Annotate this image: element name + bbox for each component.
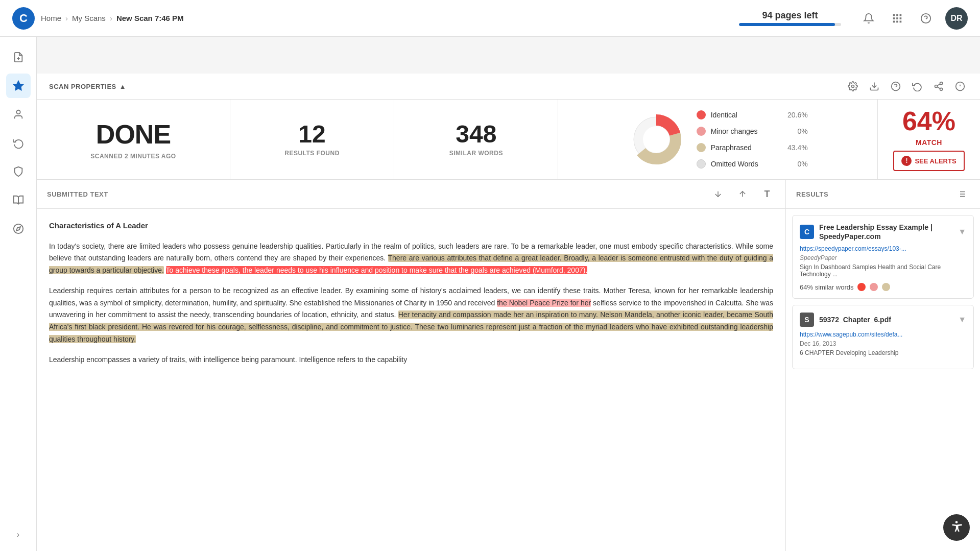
legend-label-minor: Minor changes bbox=[711, 127, 777, 135]
legend-label-omitted: Omitted Words bbox=[711, 160, 777, 168]
status-block: DONE SCANNED 2 MINUTES AGO bbox=[37, 100, 230, 179]
result-card-1-title: Free Leadership Essay Example | SpeedyPa… bbox=[819, 223, 953, 241]
result-card-2-expand[interactable]: ▼ bbox=[958, 315, 966, 324]
grid-button[interactable] bbox=[888, 9, 906, 28]
result-card-2-date: Dec 16, 2013 bbox=[800, 340, 966, 347]
result-card-1-url[interactable]: https://speedypaper.com/essays/103-... bbox=[800, 245, 966, 252]
similarity-text: 64% similar words bbox=[800, 283, 853, 291]
result-card-1-expand[interactable]: ▼ bbox=[958, 227, 966, 236]
highlight-red-1: To achieve these goals, the leader needs… bbox=[166, 266, 588, 274]
breadcrumb-sep-1: › bbox=[65, 14, 68, 22]
compass-icon bbox=[13, 223, 24, 234]
match-label: MATCH bbox=[916, 138, 942, 147]
sidebar: › bbox=[0, 37, 37, 551]
legend-dot-minor bbox=[697, 127, 706, 136]
sidebar-item-users[interactable] bbox=[6, 102, 31, 127]
result-card-1-source: SpeedyPaper bbox=[800, 254, 966, 261]
shield-icon bbox=[13, 166, 24, 177]
svg-rect-5 bbox=[900, 17, 902, 19]
pages-left-container: 94 pages left bbox=[739, 10, 841, 26]
nav-icons: DR bbox=[859, 7, 968, 30]
download-icon[interactable] bbox=[867, 79, 882, 94]
svg-point-14 bbox=[16, 110, 20, 114]
status-done: DONE bbox=[96, 119, 171, 150]
result-card-2-url[interactable]: https://www.sagepub.com/sites/defa... bbox=[800, 331, 966, 338]
legend-minor: Minor changes 0% bbox=[697, 127, 808, 136]
breadcrumb-current: New Scan 7:46 PM bbox=[116, 14, 184, 22]
sidebar-item-book[interactable] bbox=[6, 188, 31, 212]
top-navigation: C Home › My Scans › New Scan 7:46 PM 94 … bbox=[0, 0, 980, 37]
svg-point-15 bbox=[13, 224, 22, 233]
svg-rect-4 bbox=[896, 17, 898, 19]
results-list: C Free Leadership Essay Example | Speedy… bbox=[786, 209, 980, 551]
bell-icon bbox=[863, 13, 874, 24]
results-count-block: 12 RESULTS FOUND bbox=[230, 100, 394, 179]
essay-paragraph-2: Leadership requires certain attributes f… bbox=[49, 285, 773, 346]
sidebar-item-history[interactable] bbox=[6, 131, 31, 155]
status-sub-label: SCANNED 2 MINUTES AGO bbox=[90, 153, 176, 160]
result-card-2: S 59372_Chapter_6.pdf ▼ https://www.sage… bbox=[792, 305, 974, 369]
svg-rect-7 bbox=[896, 20, 898, 22]
chart-section: Identical 20.6% Minor changes 0% Paraphr… bbox=[558, 100, 878, 179]
sidebar-item-shield[interactable] bbox=[6, 159, 31, 184]
result-logo-sage: S bbox=[800, 313, 814, 327]
submitted-panel-header: SUBMITTED TEXT T bbox=[37, 180, 785, 209]
legend-pct-omitted: 0% bbox=[782, 160, 808, 168]
sidebar-bottom: › bbox=[6, 526, 31, 543]
scroll-down-button[interactable] bbox=[710, 186, 726, 202]
settings-icon[interactable] bbox=[845, 79, 861, 94]
help-button[interactable] bbox=[917, 9, 935, 28]
chart-legend: Identical 20.6% Minor changes 0% Paraphr… bbox=[697, 110, 808, 169]
font-size-button[interactable]: T bbox=[759, 186, 775, 202]
book-icon bbox=[13, 195, 24, 206]
scroll-up-button[interactable] bbox=[734, 186, 751, 202]
legend-label-paraphrased: Paraphrased bbox=[711, 143, 777, 152]
breadcrumb-home[interactable]: Home bbox=[41, 14, 61, 22]
result-logo-copyleaks: C bbox=[800, 225, 814, 239]
svg-rect-2 bbox=[900, 14, 902, 16]
legend-omitted: Omitted Words 0% bbox=[697, 159, 808, 169]
help-circle-icon[interactable] bbox=[888, 79, 903, 94]
sidebar-item-add[interactable] bbox=[6, 45, 31, 69]
sidebar-item-favorites[interactable] bbox=[6, 74, 31, 98]
add-document-icon bbox=[13, 52, 24, 63]
app-logo[interactable]: C bbox=[12, 7, 35, 30]
info-icon[interactable] bbox=[952, 79, 968, 94]
refresh-icon[interactable] bbox=[910, 79, 925, 94]
svg-point-41 bbox=[955, 521, 958, 523]
donut-chart bbox=[628, 111, 684, 167]
svg-marker-13 bbox=[13, 81, 22, 90]
notification-button[interactable] bbox=[859, 9, 878, 28]
legend-label-identical: Identical bbox=[711, 111, 777, 119]
pages-left-text: 94 pages left bbox=[762, 10, 818, 21]
chevron-up-icon: ▲ bbox=[119, 83, 126, 90]
breadcrumb-my-scans[interactable]: My Scans bbox=[72, 14, 106, 22]
svg-line-25 bbox=[937, 84, 940, 85]
pages-progress-fill bbox=[739, 23, 835, 26]
user-avatar[interactable]: DR bbox=[945, 7, 968, 30]
essay-paragraph-1: In today's society, there are limited le… bbox=[49, 241, 773, 277]
filter-icon[interactable] bbox=[953, 186, 970, 202]
svg-rect-3 bbox=[893, 17, 895, 19]
sim-dot-red bbox=[857, 283, 866, 291]
share-icon[interactable] bbox=[931, 79, 946, 94]
sidebar-toggle[interactable]: › bbox=[6, 526, 31, 543]
essay-text-content[interactable]: Characteristics of A Leader In today's s… bbox=[37, 209, 785, 551]
see-alerts-button[interactable]: ! SEE ALERTS bbox=[893, 151, 964, 171]
svg-rect-8 bbox=[900, 20, 902, 22]
sim-dot-pink bbox=[870, 283, 878, 291]
accessibility-button[interactable] bbox=[943, 514, 970, 541]
similar-words-count: 348 bbox=[456, 122, 496, 147]
results-panel: RESULTS C Free Leadership Essay Example … bbox=[786, 180, 980, 551]
star-icon bbox=[13, 80, 24, 91]
essay-paragraph-3: Leadership encompasses a variety of trai… bbox=[49, 354, 773, 366]
stats-row: DONE SCANNED 2 MINUTES AGO 12 RESULTS FO… bbox=[37, 100, 980, 180]
scan-properties-title: SCAN PROPERTIES ▲ bbox=[49, 83, 126, 90]
svg-point-23 bbox=[940, 88, 943, 90]
legend-dot-paraphrased bbox=[697, 143, 706, 152]
essay-title: Characteristics of A Leader bbox=[49, 219, 773, 232]
sidebar-item-compass[interactable] bbox=[6, 217, 31, 241]
scan-properties-icons bbox=[845, 79, 968, 94]
see-alerts-label: SEE ALERTS bbox=[915, 157, 956, 165]
scan-properties-bar: SCAN PROPERTIES ▲ bbox=[37, 74, 980, 100]
